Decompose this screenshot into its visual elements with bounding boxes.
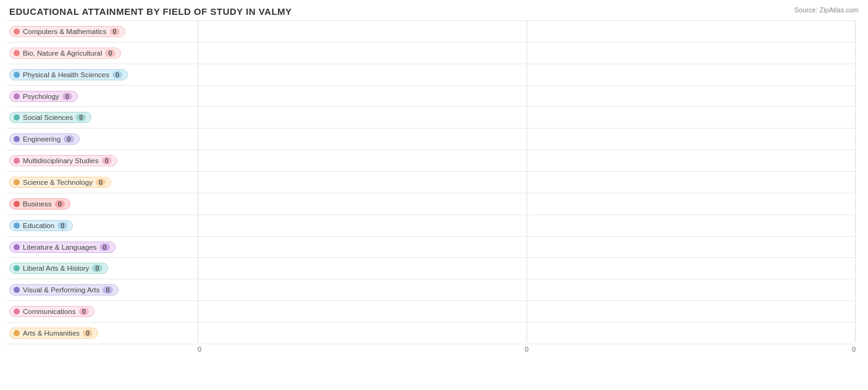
label-pill: Communications 0 [9, 306, 94, 317]
dot-icon [14, 330, 20, 336]
bar-row: Computers & Mathematics 0 [6, 20, 856, 43]
bar-label: Social Sciences [23, 114, 73, 121]
value-badge: 0 [83, 329, 93, 337]
value-badge: 0 [102, 157, 112, 164]
bar-area [198, 193, 856, 214]
label-pill: Engineering 0 [9, 134, 80, 145]
bar-area [198, 172, 856, 193]
bar-row: Business 0 [6, 193, 856, 215]
bar-label: Communications [23, 308, 76, 315]
value-badge: 0 [105, 49, 115, 57]
bar-row: Multidisciplinary Studies 0 [6, 150, 856, 172]
bar-row: Physical & Health Sciences 0 [6, 64, 856, 86]
bar-area [198, 129, 856, 150]
dot-icon [14, 136, 20, 142]
bar-label: Visual & Performing Arts [23, 286, 99, 294]
x-tick-1: 0 [198, 345, 329, 358]
bar-row: Arts & Humanities 0 [6, 323, 856, 344]
dot-icon [14, 158, 20, 164]
label-area: Visual & Performing Arts 0 [6, 282, 198, 297]
bar-area [198, 150, 856, 171]
label-pill: Literature & Languages 0 [9, 242, 115, 253]
dot-icon [14, 287, 20, 293]
rows-container: Computers & Mathematics 0 Bio, Nature & … [6, 20, 856, 344]
label-area: Computers & Mathematics 0 [6, 24, 198, 39]
bar-label: Education [23, 222, 54, 229]
label-area: Communications 0 [6, 304, 198, 319]
bar-label: Multidisciplinary Studies [23, 157, 99, 164]
bar-row: Visual & Performing Arts 0 [6, 279, 856, 301]
value-badge: 0 [64, 135, 73, 143]
chart-container: EDUCATIONAL ATTAINMENT BY FIELD OF STUDY… [0, 0, 868, 390]
dot-icon [14, 201, 20, 207]
x-tick-4 [593, 345, 724, 358]
label-area: Science & Technology 0 [6, 175, 198, 190]
label-area: Liberal Arts & History 0 [6, 261, 198, 276]
bar-label: Computers & Mathematics [23, 28, 107, 35]
dot-icon [14, 50, 20, 56]
bar-area [198, 215, 856, 236]
bar-label: Science & Technology [23, 179, 93, 186]
label-pill: Business 0 [9, 198, 70, 210]
bar-label: Liberal Arts & History [23, 265, 89, 272]
dot-icon [14, 265, 20, 271]
dot-icon [14, 114, 20, 121]
chart-area: Computers & Mathematics 0 Bio, Nature & … [6, 20, 856, 358]
label-pill: Social Sciences 0 [9, 112, 91, 123]
label-area: Education 0 [6, 218, 198, 233]
bar-row: Education 0 [6, 215, 856, 237]
value-badge: 0 [62, 93, 72, 100]
label-area: Bio, Nature & Agricultural 0 [6, 46, 198, 61]
label-area: Psychology 0 [6, 89, 198, 104]
value-badge: 0 [110, 28, 120, 35]
chart-source: Source: ZipAtlas.com [794, 6, 859, 14]
label-area: Engineering 0 [6, 132, 198, 146]
dot-icon [14, 93, 20, 100]
bar-row: Social Sciences 0 [6, 107, 856, 129]
bar-area [198, 258, 856, 279]
bar-label: Psychology [23, 93, 59, 100]
bar-row: Psychology 0 [6, 86, 856, 108]
bar-area [198, 64, 856, 85]
value-badge: 0 [76, 114, 86, 121]
value-badge: 0 [100, 244, 110, 251]
bar-area [198, 237, 856, 258]
value-badge: 0 [96, 179, 106, 186]
label-pill: Visual & Performing Arts 0 [9, 284, 119, 295]
bar-area [198, 279, 856, 300]
bar-label: Bio, Nature & Agricultural [23, 49, 102, 57]
bar-row: Literature & Languages 0 [6, 237, 856, 258]
dot-icon [14, 223, 20, 229]
bar-area [198, 86, 856, 107]
chart-title: EDUCATIONAL ATTAINMENT BY FIELD OF STUDY… [6, 6, 856, 17]
label-pill: Computers & Mathematics 0 [9, 26, 125, 37]
dot-icon [14, 244, 20, 250]
label-pill: Arts & Humanities 0 [9, 328, 98, 339]
bar-label: Business [23, 200, 52, 208]
label-area: Arts & Humanities 0 [6, 326, 198, 341]
bar-label: Arts & Humanities [23, 329, 80, 337]
value-badge: 0 [55, 200, 65, 208]
label-pill: Multidisciplinary Studies 0 [9, 155, 117, 166]
bar-row: Communications 0 [6, 301, 856, 323]
bar-label: Physical & Health Sciences [23, 71, 109, 78]
bar-area [198, 43, 856, 64]
dot-icon [14, 72, 20, 78]
dot-icon [14, 308, 20, 315]
label-pill: Physical & Health Sciences 0 [9, 69, 128, 80]
bar-area [198, 21, 856, 42]
dot-icon [14, 28, 20, 35]
bar-area [198, 107, 856, 128]
x-axis: 0 0 0 [198, 345, 856, 358]
value-badge: 0 [112, 71, 122, 78]
label-area: Business 0 [6, 197, 198, 211]
bar-row: Bio, Nature & Agricultural 0 [6, 43, 856, 64]
x-tick-3: 0 [461, 345, 592, 358]
x-tick-2 [329, 345, 461, 358]
bar-row: Engineering 0 [6, 129, 856, 150]
label-area: Social Sciences 0 [6, 110, 198, 125]
label-pill: Education 0 [9, 220, 73, 231]
label-area: Physical & Health Sciences 0 [6, 67, 198, 82]
label-area: Literature & Languages 0 [6, 240, 198, 255]
bar-row: Science & Technology 0 [6, 172, 856, 193]
